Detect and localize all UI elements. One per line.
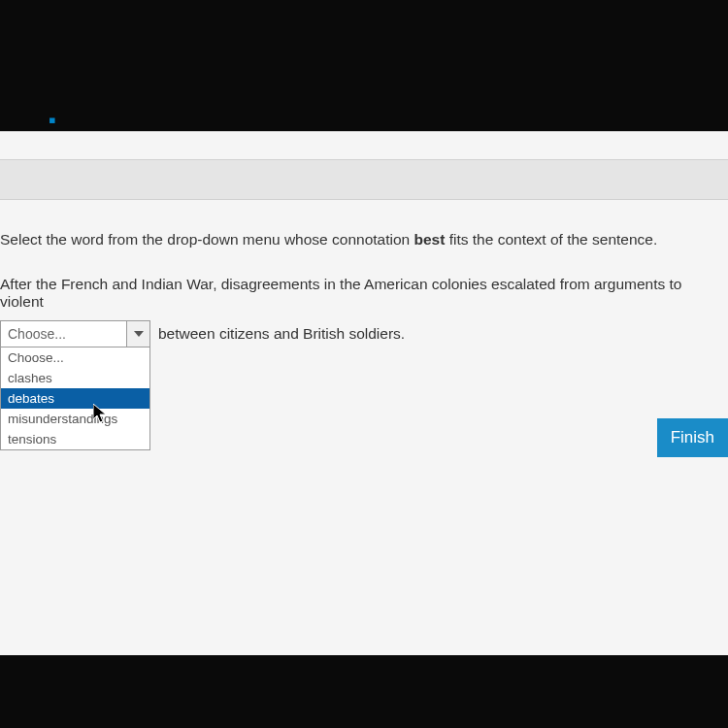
page-container: ▪ Select the word from the drop-down men… [0, 131, 728, 655]
dropdown-option-choose[interactable]: Choose... [1, 347, 149, 368]
finish-label: Finish [671, 428, 714, 447]
dropdown-option-clashes[interactable]: clashes [1, 368, 149, 388]
dropdown-wrapper: Choose... Choose... clashes debates misu… [0, 320, 150, 347]
instruction-suffix: fits the context of the sentence. [445, 231, 657, 248]
instruction-prefix: Select the word from the drop-down menu … [0, 231, 414, 248]
dropdown-option-debates[interactable]: debates [1, 388, 149, 409]
sentence-inline-row: Choose... Choose... clashes debates misu… [0, 320, 728, 347]
dropdown-select[interactable]: Choose... [0, 320, 150, 347]
instruction-text: Select the word from the drop-down menu … [0, 231, 728, 248]
chevron-down-icon [126, 321, 149, 347]
sentence-part2: between citizens and British soldiers. [158, 320, 405, 343]
header-peek: ▪ [49, 108, 56, 133]
finish-button[interactable]: Finish [657, 418, 728, 457]
top-black-bar [0, 0, 728, 131]
dropdown-option-misunderstandings[interactable]: misunderstandings [1, 409, 149, 429]
dropdown-option-tensions[interactable]: tensions [1, 429, 149, 449]
sentence-part1: After the French and Indian War, disagre… [0, 276, 728, 311]
dropdown-list: Choose... clashes debates misunderstandi… [0, 347, 150, 450]
instruction-bold: best [414, 231, 446, 248]
gray-header-bar [0, 159, 728, 200]
dropdown-selected-text: Choose... [1, 326, 126, 342]
content-area: Select the word from the drop-down menu … [0, 200, 728, 347]
bottom-black-bar [0, 655, 728, 728]
